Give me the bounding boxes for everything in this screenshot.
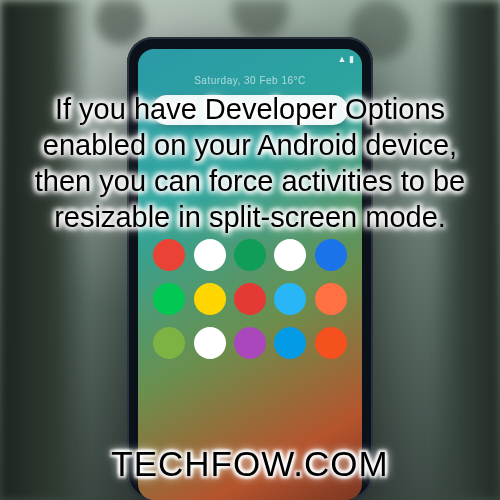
app-icon (274, 327, 306, 359)
status-icons: ▲ ▮ (338, 54, 354, 68)
app-icon (315, 283, 347, 315)
app-icon (153, 239, 185, 271)
app-icon (274, 283, 306, 315)
app-icon (234, 327, 266, 359)
app-icon (194, 239, 226, 271)
app-icon (153, 327, 185, 359)
app-icon (315, 327, 347, 359)
app-icon (234, 283, 266, 315)
app-icon (234, 239, 266, 271)
app-icon (194, 327, 226, 359)
app-icon (153, 283, 185, 315)
app-icon-grid (152, 239, 348, 359)
app-icon (194, 283, 226, 315)
site-watermark: TECHFOW.COM (0, 444, 500, 484)
image-root: ▲ ▮ Saturday, 30 Feb 16°C (0, 0, 500, 500)
status-bar: ▲ ▮ (146, 54, 354, 68)
app-icon (315, 239, 347, 271)
home-date-line: Saturday, 30 Feb 16°C (138, 75, 362, 86)
quote-text: If you have Developer Options enabled on… (28, 92, 472, 236)
app-icon (274, 239, 306, 271)
